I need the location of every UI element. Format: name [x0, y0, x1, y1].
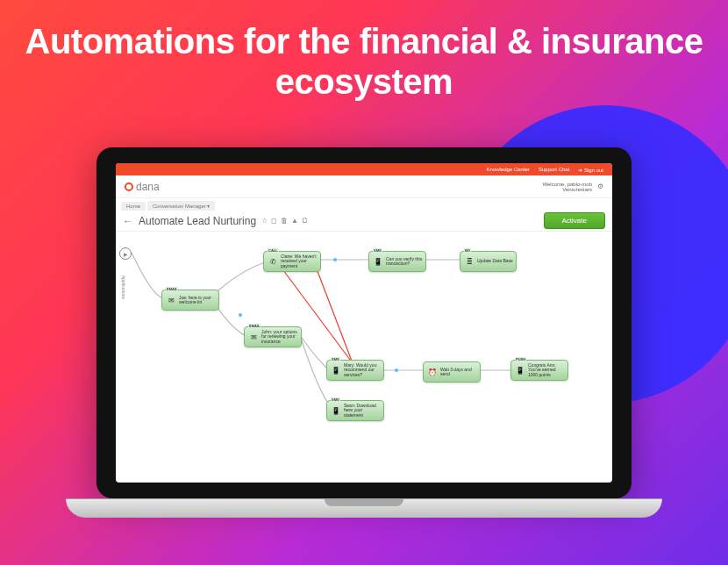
- workflow-title: Automate Lead Nurturing: [139, 215, 256, 227]
- svg-line-3: [281, 267, 353, 363]
- export-icon[interactable]: 🗋: [302, 217, 309, 225]
- brand-text: dana: [136, 181, 160, 193]
- brand-row: dana Welcome, pablo-mob Venturestars ⚙: [116, 175, 612, 198]
- trash-icon[interactable]: 🗑: [281, 217, 288, 225]
- email-icon: EMAIL✉: [247, 329, 260, 345]
- node-text: Wait 3 days and send: [440, 368, 477, 377]
- workflow-title-row: ← Automate Lead Nurturing ☆ ◻ 🗑 ▲ 🗋 Acti…: [116, 211, 612, 232]
- brand-logo-icon: [125, 182, 133, 191]
- svg-point-2: [395, 368, 398, 372]
- app-screen: Knowledge Center Support Chat ➜ Sign out…: [116, 163, 612, 483]
- node-text: Joe: here is your welcome kit: [179, 296, 216, 305]
- activate-button[interactable]: Activate: [544, 212, 605, 229]
- node-text: Mary: Would you recommend our services?: [344, 363, 381, 378]
- node-db-update[interactable]: BD≣ Update Data Base: [460, 251, 517, 272]
- email-icon: EMAIL✉: [165, 292, 177, 308]
- laptop-device: Knowledge Center Support Chat ➜ Sign out…: [96, 147, 632, 533]
- back-arrow-icon[interactable]: ←: [123, 215, 133, 227]
- node-sms-statement[interactable]: SMS📱 Sean: Download here your statement: [326, 400, 384, 421]
- node-sms-verify[interactable]: SMS📱 Can you verify this transaction?: [368, 251, 426, 272]
- link-knowledge-center[interactable]: Knowledge Center: [487, 167, 530, 172]
- mobile-icon: PUSH📱: [514, 362, 526, 378]
- user-icon[interactable]: ▲: [291, 217, 298, 225]
- welcome-text: Welcome, pablo-mob: [542, 182, 592, 187]
- node-text: Congrats Ann: You've earned 1000 points: [528, 363, 565, 378]
- link-sign-out[interactable]: ➜ Sign out: [578, 167, 603, 173]
- node-text: John: your options for renewing your ins…: [261, 330, 298, 345]
- laptop-screen-frame: Knowledge Center Support Chat ➜ Sign out…: [96, 147, 632, 498]
- toolbar-icons: ☆ ◻ 🗑 ▲ 🗋: [261, 217, 309, 225]
- bookmark-icon[interactable]: ◻: [271, 217, 277, 225]
- brand: dana: [125, 181, 160, 193]
- node-email-welcome[interactable]: EMAIL✉ Joe: here is your welcome kit: [161, 290, 219, 311]
- database-icon: BD≣: [463, 254, 475, 269]
- svg-point-0: [333, 258, 337, 261]
- phone-icon: CALL✆: [267, 254, 279, 269]
- node-call-payment[interactable]: CALL✆ Claire: We haven't received your p…: [263, 251, 321, 272]
- star-icon[interactable]: ☆: [261, 217, 268, 225]
- link-support-chat[interactable]: Support Chat: [539, 167, 569, 172]
- node-text: Can you verify this transaction?: [386, 257, 423, 267]
- node-email-renew[interactable]: EMAIL✉ John: your options for renewing y…: [244, 326, 302, 347]
- node-text: Sean: Download here your statement: [344, 404, 381, 418]
- settings-icon[interactable]: ⚙: [597, 182, 603, 190]
- tab-home[interactable]: Home: [121, 202, 146, 211]
- play-start-icon[interactable]: ▶: [119, 247, 132, 260]
- mobile-icon: SMS📱: [372, 254, 384, 269]
- workflow-connectors: [116, 232, 612, 477]
- node-text: Update Data Base: [477, 259, 513, 264]
- workflow-canvas[interactable]: ▶ Applications EMAIL✉ Joe: here is your …: [116, 232, 612, 477]
- svg-line-4: [316, 267, 353, 363]
- app-topbar: Knowledge Center Support Chat ➜ Sign out: [116, 163, 612, 175]
- clock-icon: ⏰: [426, 364, 439, 380]
- mobile-icon: SMS📱: [330, 403, 342, 418]
- mobile-icon: SMS📱: [330, 362, 342, 378]
- svg-point-1: [239, 313, 242, 317]
- hero-title: Automations for the financial & insuranc…: [0, 21, 728, 102]
- applications-label: Applications: [121, 275, 126, 299]
- laptop-base: [66, 498, 662, 518]
- nav-tabs: Home Conversation Manager ▾: [116, 198, 612, 211]
- node-wait-timer[interactable]: ⏰ Wait 3 days and send: [423, 361, 481, 383]
- tab-conversation-manager[interactable]: Conversation Manager ▾: [147, 201, 215, 211]
- node-sms-recommend[interactable]: SMS📱 Mary: Would you recommend our servi…: [326, 360, 384, 381]
- laptop-notch: [325, 499, 403, 506]
- user-meta: Welcome, pablo-mob Venturestars ⚙: [542, 182, 603, 192]
- node-text: Claire: We haven't received your payment: [281, 254, 318, 269]
- node-push-congrats[interactable]: PUSH📱 Congrats Ann: You've earned 1000 p…: [510, 360, 568, 381]
- org-text: Venturestars: [542, 187, 592, 192]
